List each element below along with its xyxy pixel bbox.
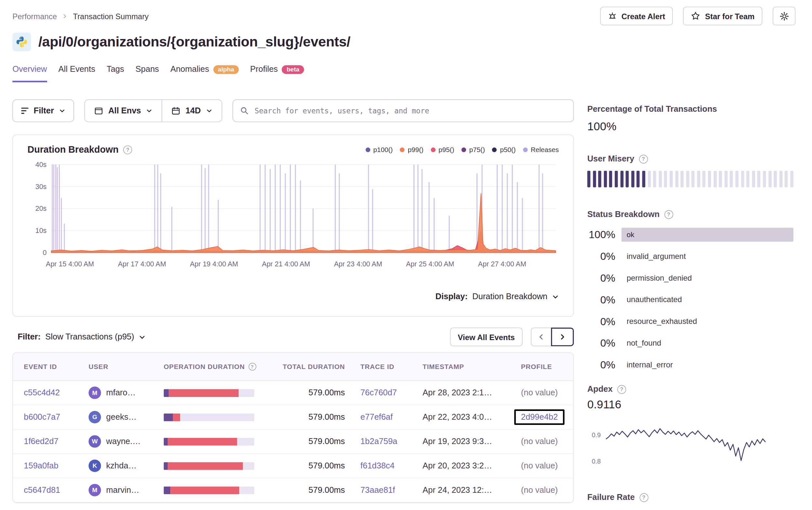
event-id-link[interactable]: c55c4d42 (24, 388, 60, 397)
operation-duration-bar (164, 462, 254, 470)
profile-link-focused[interactable]: 2d99e4b2 (514, 409, 564, 425)
filter-dropdown-button[interactable]: Filter (12, 99, 74, 122)
profile-no-value: (no value) (521, 461, 558, 470)
trace-id-link[interactable]: 73aae81f (360, 485, 395, 494)
legend-label: p75() (469, 146, 485, 154)
legend-item[interactable]: p99() (400, 146, 424, 154)
pct-transactions-heading: Percentage of Total Transactions (587, 104, 793, 114)
user-cell: Kkzhda… (88, 460, 164, 472)
python-platform-icon (12, 32, 31, 51)
status-percentage: 0% (587, 250, 615, 262)
tab-anomalies-label: Anomalies (170, 65, 209, 74)
column-trace-id[interactable]: TRACE ID (360, 363, 423, 371)
legend-item[interactable]: p75() (462, 146, 485, 154)
star-for-team-button[interactable]: Star for Team (683, 7, 762, 25)
column-label: TOTAL DURATION (283, 363, 345, 371)
tab-spans[interactable]: Spans (136, 65, 159, 82)
trace-id-link[interactable]: 76c760d7 (360, 388, 397, 397)
status-breakdown-heading: Status Breakdown? (587, 210, 793, 219)
settings-button[interactable] (773, 7, 795, 25)
status-detail: not_found (621, 338, 793, 348)
status-percentage: 0% (587, 359, 615, 371)
search-input[interactable] (254, 106, 566, 116)
column-timestamp[interactable]: TIMESTAMP (423, 363, 521, 371)
previous-page-button[interactable] (531, 327, 552, 346)
help-icon[interactable]: ? (639, 493, 648, 502)
column-total-duration[interactable]: TOTAL DURATION (275, 363, 360, 371)
operation-bar-segment (164, 486, 170, 494)
tab-anomalies[interactable]: Anomaliesalpha (170, 65, 239, 82)
view-all-events-button[interactable]: View All Events (450, 327, 522, 346)
help-icon[interactable]: ? (248, 363, 256, 371)
operation-bar-segment (164, 389, 169, 397)
tab-profiles[interactable]: Profilesbeta (250, 65, 304, 82)
event-id-link[interactable]: 1f6ed2d7 (24, 437, 58, 446)
breadcrumb-performance[interactable]: Performance (12, 12, 57, 21)
chevron-down-icon (552, 293, 559, 300)
tab-all-events[interactable]: All Events (59, 65, 95, 82)
operation-duration-cell (164, 389, 275, 397)
star-icon (691, 11, 700, 21)
tab-overview[interactable]: Overview (12, 65, 47, 82)
column-user[interactable]: USER (88, 363, 164, 371)
legend-item[interactable]: p50() (492, 146, 516, 154)
status-percentage: 0% (587, 272, 615, 284)
events-controls: Filter: Slow Transactions (p95) View All… (12, 327, 574, 346)
svg-text:Apr 23 4:00 AM: Apr 23 4:00 AM (334, 260, 382, 268)
event-id-link[interactable]: 159a0fab (24, 461, 58, 470)
event-id-cell: 1f6ed2d7 (24, 437, 88, 446)
search-bar[interactable] (232, 99, 574, 122)
date-range-dropdown[interactable]: 14D (162, 100, 222, 121)
operation-bar-segment (168, 462, 243, 470)
legend-item[interactable]: p95() (431, 146, 454, 154)
environment-dropdown[interactable]: All Envs (85, 100, 162, 121)
column-event-id[interactable]: EVENT ID (24, 363, 88, 371)
misery-tick (730, 171, 733, 187)
user-cell: Ggeeks… (88, 411, 164, 423)
profile-cell: 2d99e4b2 (521, 409, 573, 425)
next-page-button[interactable] (551, 327, 574, 346)
legend-item[interactable]: p100() (366, 146, 393, 154)
table-row: b600c7a7Ggeeks…579.00mse77ef6afApr 22, 2… (13, 405, 573, 429)
status-row: 0%not_found (587, 332, 793, 354)
column-label: EVENT ID (24, 363, 57, 371)
legend-item[interactable]: Releases (523, 146, 559, 154)
status-detail: internal_error (621, 360, 793, 370)
operation-duration-cell (164, 438, 275, 445)
tab-tags[interactable]: Tags (107, 65, 124, 82)
help-icon[interactable]: ? (639, 155, 648, 163)
trace-id-link[interactable]: 1b2a759a (360, 437, 397, 446)
events-table: EVENT IDUSEROPERATION DURATION?TOTAL DUR… (12, 353, 574, 503)
create-alert-button[interactable]: Create Alert (600, 7, 673, 25)
trace-id-link[interactable]: e77ef6af (360, 413, 393, 421)
operation-bar-segment (239, 486, 254, 494)
event-id-link[interactable]: b600c7a7 (24, 413, 60, 421)
star-for-team-label: Star for Team (705, 12, 754, 21)
legend-label: Releases (531, 146, 559, 154)
transactions-filter-dropdown[interactable]: Filter: Slow Transactions (p95) (12, 332, 146, 342)
trace-id-cell: 1b2a759a (360, 437, 423, 446)
status-bar: ok (621, 228, 793, 241)
profile-cell: (no value) (521, 437, 573, 446)
event-id-link[interactable]: c5647d81 (24, 485, 60, 494)
profile-cell: (no value) (521, 388, 573, 398)
svg-text:0.8: 0.8 (591, 458, 601, 465)
column-profile[interactable]: PROFILE (521, 363, 573, 371)
status-row: 0%invalid_argument (587, 245, 793, 267)
chevron-right-icon (559, 333, 566, 340)
status-detail: ok (621, 228, 793, 241)
column-operation-duration[interactable]: OPERATION DURATION? (164, 363, 275, 371)
help-icon[interactable]: ? (123, 146, 132, 154)
alert-siren-icon (608, 12, 617, 21)
page-title: /api/0/organizations/{organization_slug}… (38, 34, 350, 50)
misery-tick (725, 171, 728, 187)
help-icon[interactable]: ? (617, 385, 626, 394)
status-detail: resource_exhausted (621, 317, 793, 326)
duration-breakdown-title: Duration Breakdown (27, 145, 118, 155)
trace-id-link[interactable]: f61d38c4 (360, 461, 395, 470)
svg-text:0: 0 (42, 249, 47, 257)
help-icon[interactable]: ? (664, 210, 673, 219)
user-cell: Mmarvin… (88, 484, 164, 497)
display-selector[interactable]: Display: Duration Breakdown (13, 288, 573, 309)
event-id-cell: c55c4d42 (24, 388, 88, 398)
